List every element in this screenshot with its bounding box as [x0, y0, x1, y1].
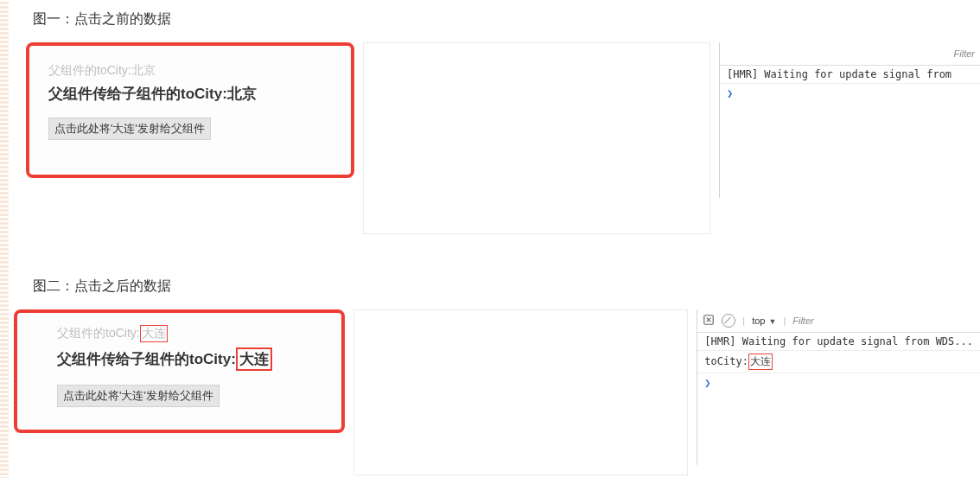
- parent-city-text: 父组件的toCity:大连: [57, 325, 324, 342]
- figure2-preview: 父组件的toCity:大连 父组件传给子组件的toCity:大连 点击此处将'大…: [14, 309, 345, 433]
- console-prompt-icon[interactable]: ❯: [720, 84, 980, 103]
- context-select-label: top: [752, 315, 765, 326]
- page-ruler-edge: [0, 0, 9, 478]
- devtools-panel: | top▼ | Filter [HMR] Waiting for update…: [697, 309, 980, 465]
- devtools-toolbar: Filter: [720, 42, 980, 66]
- figure2-row: 父组件的toCity:大连 父组件传给子组件的toCity:大连 点击此处将'大…: [26, 309, 980, 475]
- spacer-panel: [353, 309, 688, 475]
- emit-city-button[interactable]: 点击此处将'大连'发射给父组件: [48, 118, 211, 140]
- devtools-panel: Filter [HMR] Waiting for update signal f…: [719, 42, 980, 198]
- console-prompt-icon[interactable]: ❯: [697, 373, 980, 392]
- console-log-prefix: toCity:: [704, 355, 748, 367]
- spacer-panel: [363, 42, 710, 234]
- parent-city-highlight: 大连: [140, 325, 168, 342]
- clear-console-icon[interactable]: [722, 314, 735, 328]
- context-select[interactable]: top▼: [752, 315, 776, 326]
- parent-city-text: 父组件的toCity:北京: [48, 63, 332, 79]
- parent-city-prefix: 父组件的toCity:: [57, 326, 140, 340]
- child-city-text: 父组件传给子组件的toCity:大连: [57, 347, 324, 371]
- child-city-highlight: 大连: [236, 347, 272, 371]
- filter-label[interactable]: Filter: [792, 315, 813, 326]
- chevron-down-icon: ▼: [768, 317, 776, 326]
- child-city-prefix: 父组件传给子组件的toCity:: [57, 351, 236, 367]
- figure1-row: 父组件的toCity:北京 父组件传给子组件的toCity:北京 点击此处将'大…: [26, 42, 980, 234]
- console-log-highlight: 大连: [748, 354, 773, 370]
- divider: |: [783, 315, 786, 326]
- console-log-line: [HMR] Waiting for update signal from WDS…: [697, 333, 980, 351]
- figure2-title: 图二：点击之后的数据: [33, 277, 980, 296]
- child-city-text: 父组件传给子组件的toCity:北京: [48, 84, 332, 104]
- devtools-toolbar: | top▼ | Filter: [697, 309, 980, 333]
- filter-label[interactable]: Filter: [954, 48, 975, 59]
- inspect-icon[interactable]: [703, 314, 715, 328]
- emit-city-button[interactable]: 点击此处将'大连'发射给父组件: [57, 385, 220, 407]
- figure1-preview: 父组件的toCity:北京 父组件传给子组件的toCity:北京 点击此处将'大…: [26, 42, 354, 178]
- console-log-line: [HMR] Waiting for update signal from: [720, 66, 980, 84]
- console-log-line: toCity:大连: [697, 351, 980, 373]
- figure1-title: 图一：点击之前的数据: [33, 10, 980, 29]
- divider: |: [742, 315, 745, 326]
